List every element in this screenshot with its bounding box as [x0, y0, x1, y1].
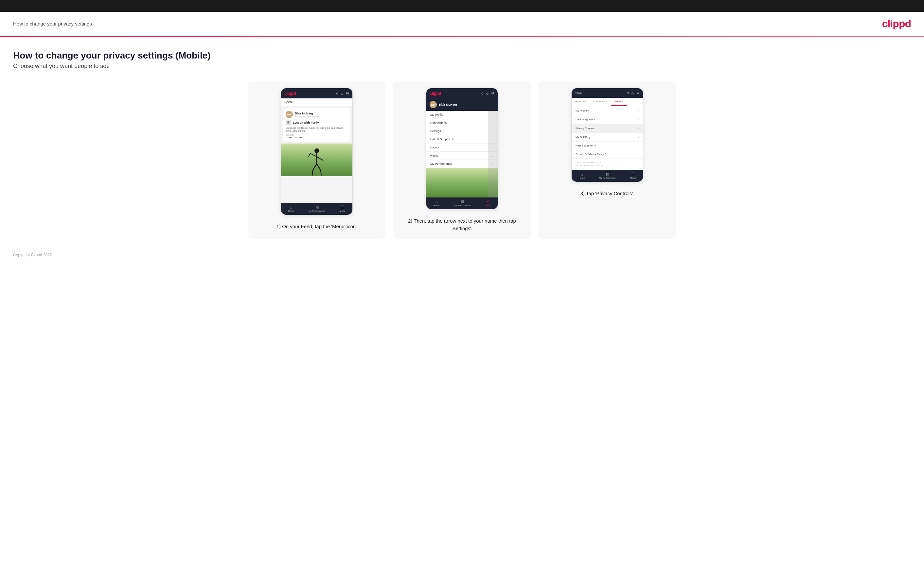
nav-home-label-2: Home [433, 204, 440, 206]
settings-version: Clippd Client Version: 2022.8.3-3 GQL Se… [572, 158, 643, 170]
performance-icon-2: ▤ [461, 200, 464, 204]
phone-icons-1: ☌ ☺ ⚙ [336, 91, 349, 95]
nav-menu-label: Menu [340, 210, 346, 212]
user-icon-3: ☺ [631, 91, 635, 95]
phone-body-2: BM Blair McHarg ⌃ My Profile Connections [426, 98, 498, 197]
menu-item-connections: Connections [426, 119, 498, 127]
lesson-row: 🎼 Lesson with Fordy [286, 120, 348, 125]
menu-item-myprofile-label: My Profile [430, 113, 443, 116]
settings-topbar: ‹ Back ☌ ☺ ⚙ [572, 88, 643, 98]
settings-item-mygolfbag: My Golf Bag › [572, 133, 643, 142]
header-title: How to change your privacy settings [13, 21, 92, 26]
nav-performance-3: ▤ My Performance [599, 172, 616, 179]
version-gql: GQL Server Version: 2022.7.30-1 [575, 164, 639, 168]
nav-performance-label-2: My Performance [454, 204, 470, 206]
search-icon-3: ☌ [627, 91, 629, 95]
menu-section-home: Home ⌄ [426, 152, 498, 160]
chevron-right-icon-2: › [638, 118, 639, 121]
search-icon-2: ☌ [481, 91, 484, 95]
cards-row: clippd ☌ ☺ ⚙ Feed BM Blair McHarg [13, 81, 911, 239]
phone-bottomnav-2: ⌂ Home ▤ My Performance ✕ Menu [426, 197, 498, 209]
chevron-up-icon: ⌃ [492, 103, 494, 106]
chevron-down-icon-2: ⌄ [491, 162, 494, 165]
settings-item-dataintegrations-label: Data Integrations [575, 118, 596, 121]
phone-icons-3: ☌ ☺ ⚙ [627, 91, 640, 95]
menu-section-performance-label: My Performance [430, 162, 452, 165]
menu-user-name: Blair McHarg [439, 103, 457, 106]
svg-line-7 [312, 170, 313, 176]
menu-icon: ☰ [341, 205, 344, 209]
menu-items: My Profile Connections Settings Help & S… [426, 111, 498, 168]
menu-section-performance: My Performance ⌄ [426, 160, 498, 168]
nav-performance-label: My Performance [309, 210, 325, 212]
page-subheading: Choose what you want people to see [13, 63, 911, 69]
top-bar [0, 0, 924, 12]
tab-connections: Connections [590, 98, 611, 106]
settings-icon-2: ⚙ [491, 91, 494, 95]
phone-logo-1: clippd [284, 91, 296, 96]
duration-value: 01 hr : 30 min [286, 136, 348, 139]
version-client: Clippd Client Version: 2022.8.3-3 [575, 161, 639, 164]
nav-performance-label-3: My Performance [599, 177, 616, 179]
nav-performance: ▤ My Performance [309, 205, 325, 212]
footer: Copyright Clippd 2022 [0, 245, 924, 268]
phone-mockup-2: clippd ☌ ☺ ⚙ BM Blair McHarg [426, 88, 498, 210]
settings-item-myaccount: My Account › [572, 106, 643, 115]
svg-line-2 [310, 153, 317, 156]
menu-item-logout: Logout [426, 143, 498, 152]
dim-overlay-2 [488, 168, 498, 197]
nav-close: ✕ Menu [485, 200, 491, 206]
tab-settings: Settings [611, 98, 627, 106]
menu-item-settings-label: Settings [430, 129, 441, 133]
copyright: Copyright Clippd 2022 [13, 253, 52, 257]
svg-line-4 [317, 156, 323, 161]
menu-item-logout-label: Logout [430, 146, 439, 149]
user-icon-2: ☺ [486, 92, 489, 95]
nav-performance-2: ▤ My Performance [454, 200, 470, 206]
home-icon-3: ⌂ [581, 172, 583, 176]
phone-bottomnav-3: ⌂ Home ▤ My Performance ☰ Menu [572, 170, 643, 182]
nav-home-label-3: Home [579, 177, 585, 179]
settings-icon-3: ⚙ [636, 91, 640, 95]
settings-item-helpsupport: Help & Support ↗ [572, 142, 643, 150]
phone-body-1: Feed BM Blair McHarg Yesterday · Sunning… [281, 98, 352, 203]
menu-item-settings: Settings [426, 127, 498, 135]
settings-item-serviceprivacy: Service & Privacy Policy ↗ [572, 150, 643, 158]
step-3-card: ‹ Back ☌ ☺ ⚙ My Profile Connections Sett… [539, 81, 676, 239]
nav-home-label: Home [288, 210, 294, 212]
tab-myprofile: My Profile [572, 98, 590, 106]
settings-item-serviceprivacy-label: Service & Privacy Policy ↗ [575, 153, 607, 156]
settings-item-dataintegrations: Data Integrations › [572, 115, 643, 124]
step-1-card: clippd ☌ ☺ ⚙ Feed BM Blair McHarg [248, 81, 385, 239]
nav-menu-3: ☰ Menu [630, 172, 636, 179]
settings-item-mygolfbag-label: My Golf Bag [575, 136, 590, 139]
golfer-svg [307, 147, 326, 176]
phone-bottomnav-1: ⌂ Home ▤ My Performance ☰ Menu [281, 203, 352, 215]
nav-home-2: ⌂ Home [433, 200, 440, 206]
performance-icon: ▤ [315, 205, 319, 209]
post-date: Yesterday · Sunningdale [295, 115, 320, 118]
menu-avatar: BM [430, 101, 437, 108]
step-3-desc: 3) Tap 'Privacy Controls'. [580, 190, 635, 197]
nav-menu: ☰ Menu [340, 205, 346, 212]
performance-icon-3: ▤ [606, 172, 609, 176]
menu-section-home-label: Home [430, 154, 438, 157]
chevron-right-icon-4: › [638, 135, 639, 139]
phone-icons-2: ☌ ☺ ⚙ [481, 91, 494, 95]
feed-tab: Feed [281, 98, 352, 106]
step-2-desc: 2) Then, tap the arrow next to your name… [400, 218, 524, 232]
settings-item-helpsupport-label: Help & Support ↗ [575, 144, 596, 147]
phone-mockup-1: clippd ☌ ☺ ⚙ Feed BM Blair McHarg [281, 88, 353, 215]
chevron-down-icon: ⌄ [491, 154, 494, 157]
phone-mockup-3: ‹ Back ☌ ☺ ⚙ My Profile Connections Sett… [571, 88, 643, 182]
menu-item-connections-label: Connections [430, 121, 447, 124]
menu-icon-3: ☰ [631, 172, 635, 176]
step-2-card: clippd ☌ ☺ ⚙ BM Blair McHarg [393, 81, 531, 239]
svg-line-3 [309, 153, 310, 156]
nav-close-label: Menu [485, 204, 491, 206]
phone-topbar-1: clippd ☌ ☺ ⚙ [281, 88, 352, 98]
header: How to change your privacy settings clip… [0, 12, 924, 36]
post-author-name: Blair McHarg [295, 112, 320, 115]
svg-line-5 [313, 164, 317, 170]
settings-icon: ⚙ [346, 91, 349, 95]
